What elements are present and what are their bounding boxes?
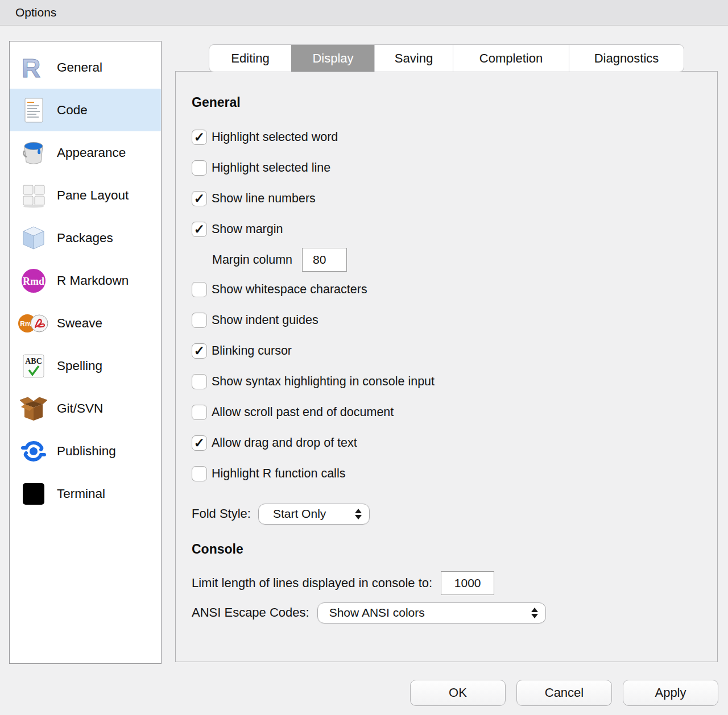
ansi-escape-codes-row: ANSI Escape Codes: Show ANSI colors: [192, 602, 700, 623]
checkbox-label: Show indent guides: [212, 313, 318, 327]
scroll-past-end-checkbox[interactable]: [192, 405, 207, 420]
sidebar-item-label: Git/SVN: [57, 401, 103, 416]
cancel-button[interactable]: Cancel: [516, 680, 612, 706]
sidebar-item-label: Sweave: [57, 316, 102, 331]
checkbox-row-show-indent-guides: Show indent guides: [192, 312, 700, 328]
fold-style-label: Fold Style:: [192, 506, 251, 521]
tab-bar: Editing Display Saving Completion Diagno…: [209, 44, 684, 72]
checkbox-row-highlight-selected-line: Highlight selected line: [192, 160, 700, 176]
ansi-escape-codes-select[interactable]: Show ANSI colors: [317, 602, 546, 623]
settings-panel: General ✓ Highlight selected word Highli…: [175, 71, 718, 662]
highlight-selected-word-checkbox[interactable]: ✓: [192, 130, 207, 145]
fold-style-row: Fold Style: Start Only: [192, 503, 700, 525]
highlight-r-function-calls-checkbox[interactable]: [192, 466, 207, 481]
general-section-heading: General: [192, 95, 700, 110]
rmd-badge-icon: Rmd: [18, 264, 49, 298]
tab-diagnostics[interactable]: Diagnostics: [569, 45, 684, 72]
checkbox-label: Blinking cursor: [212, 344, 292, 358]
checkbox-row-show-line-numbers: ✓ Show line numbers: [192, 190, 700, 206]
blinking-cursor-checkbox[interactable]: ✓: [192, 343, 207, 359]
svg-text:ABC: ABC: [25, 357, 42, 365]
fold-style-select[interactable]: Start Only: [258, 504, 370, 525]
cardboard-box-icon: [18, 392, 49, 426]
checkbox-label: Show line numbers: [212, 192, 316, 206]
checkbox-row-scroll-past-end: Allow scroll past end of document: [192, 404, 700, 420]
svg-text:R: R: [22, 55, 40, 81]
sidebar-item-label: Publishing: [57, 444, 116, 459]
sidebar-item-appearance[interactable]: Appearance: [10, 131, 161, 174]
show-line-numbers-checkbox[interactable]: ✓: [192, 191, 207, 206]
checkbox-label: Highlight selected line: [212, 161, 330, 175]
sidebar-item-git-svn[interactable]: Git/SVN: [10, 387, 161, 430]
tab-saving[interactable]: Saving: [374, 45, 453, 72]
margin-column-row: Margin column: [212, 247, 700, 272]
show-whitespace-checkbox[interactable]: [192, 282, 207, 297]
checkbox-label: Show whitespace characters: [212, 282, 367, 297]
sidebar-item-label: Code: [57, 103, 88, 118]
stepper-arrows-icon: [531, 608, 538, 618]
checkbox-row-show-margin: ✓ Show margin: [192, 221, 700, 237]
console-section-heading: Console: [192, 542, 700, 557]
checkbox-label: Highlight R function calls: [212, 467, 345, 481]
sidebar-item-label: Packages: [57, 231, 113, 246]
sidebar-item-terminal[interactable]: Terminal: [10, 472, 161, 515]
drag-and-drop-checkbox[interactable]: ✓: [192, 435, 207, 451]
tab-completion[interactable]: Completion: [453, 45, 569, 72]
sidebar-item-sweave[interactable]: Rnw Sweave: [10, 302, 161, 344]
stepper-arrows-icon: [355, 509, 362, 519]
sidebar-item-general[interactable]: R General: [10, 46, 161, 89]
terminal-square-icon: [18, 477, 49, 511]
show-indent-guides-checkbox[interactable]: [192, 313, 207, 328]
paint-bucket-icon: [18, 136, 49, 170]
rnw-pdf-icon: Rnw: [18, 306, 49, 340]
show-margin-checkbox[interactable]: ✓: [192, 222, 207, 237]
abc-check-icon: ABC: [18, 349, 49, 383]
r-logo-icon: R: [18, 51, 49, 85]
window-titlebar: Options: [0, 0, 728, 26]
sidebar-item-label: Pane Layout: [57, 188, 129, 203]
sidebar-item-pane-layout[interactable]: Pane Layout: [10, 174, 161, 217]
margin-column-input[interactable]: [302, 248, 347, 272]
sidebar-item-spelling[interactable]: ABC Spelling: [10, 344, 161, 387]
sidebar-item-publishing[interactable]: Publishing: [10, 430, 161, 472]
tab-editing[interactable]: Editing: [209, 45, 291, 72]
checkbox-label: Allow drag and drop of text: [212, 436, 357, 450]
code-document-icon: [18, 93, 49, 127]
sidebar-item-code[interactable]: Code: [10, 89, 161, 131]
checkbox-label: Allow scroll past end of document: [212, 405, 394, 419]
checkbox-row-highlight-selected-word: ✓ Highlight selected word: [192, 129, 700, 145]
ok-button[interactable]: OK: [410, 680, 506, 706]
console-syntax-highlighting-checkbox[interactable]: [192, 374, 207, 389]
console-limit-input[interactable]: [441, 571, 494, 595]
package-cube-icon: [18, 221, 49, 255]
checkbox-row-show-whitespace: Show whitespace characters: [192, 281, 700, 297]
apply-button[interactable]: Apply: [623, 680, 718, 706]
dialog-footer: OK Cancel Apply: [410, 680, 718, 706]
checkbox-label: Highlight selected word: [212, 130, 338, 144]
sidebar-item-label: General: [57, 60, 102, 75]
ansi-escape-codes-value: Show ANSI colors: [329, 606, 425, 620]
checkbox-label: Show margin: [212, 222, 283, 236]
checkbox-row-highlight-r-function-calls: Highlight R function calls: [192, 465, 700, 481]
publish-connect-icon: [18, 434, 49, 468]
window-title: Options: [15, 6, 56, 19]
sidebar-item-label: Appearance: [57, 146, 126, 160]
sidebar-item-packages[interactable]: Packages: [10, 217, 161, 259]
sidebar-item-r-markdown[interactable]: Rmd R Markdown: [10, 259, 161, 302]
pane-grid-icon: [18, 178, 49, 213]
console-limit-row: Limit length of lines displayed in conso…: [192, 571, 700, 595]
checkbox-row-blinking-cursor: ✓ Blinking cursor: [192, 343, 700, 359]
sidebar: R General Code: [9, 41, 162, 664]
checkbox-row-console-syntax-highlighting: Show syntax highlighting in console inpu…: [192, 373, 700, 389]
checkbox-label: Show syntax highlighting in console inpu…: [212, 375, 435, 389]
sidebar-item-label: Terminal: [57, 487, 105, 501]
console-limit-label: Limit length of lines displayed in conso…: [192, 576, 432, 591]
tab-display[interactable]: Display: [291, 45, 374, 72]
sidebar-item-label: Spelling: [57, 359, 102, 373]
fold-style-value: Start Only: [273, 507, 326, 521]
checkbox-row-drag-and-drop: ✓ Allow drag and drop of text: [192, 435, 700, 451]
ansi-escape-codes-label: ANSI Escape Codes:: [192, 605, 309, 620]
highlight-selected-line-checkbox[interactable]: [192, 160, 207, 176]
sidebar-item-label: R Markdown: [57, 273, 129, 288]
svg-text:Rmd: Rmd: [23, 276, 44, 287]
